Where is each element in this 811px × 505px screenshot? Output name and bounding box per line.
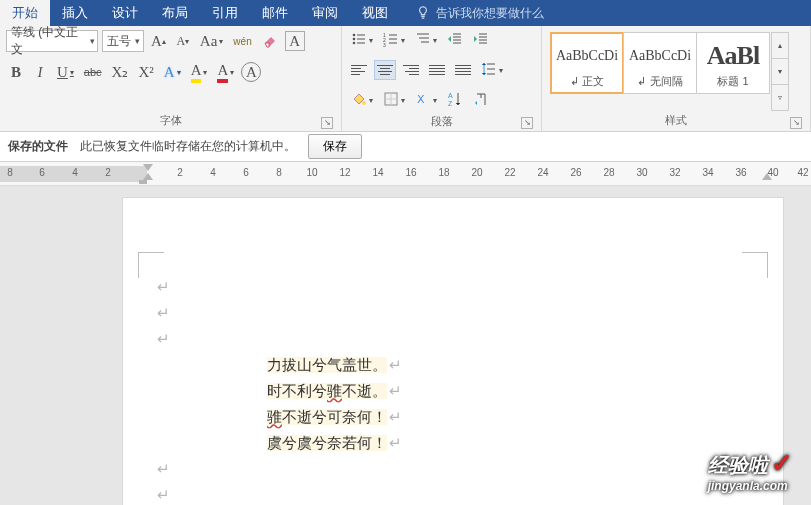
svg-text:Z: Z xyxy=(448,100,453,107)
align-right-button[interactable] xyxy=(400,60,422,80)
eraser-icon xyxy=(262,32,278,51)
align-distributed-button[interactable] xyxy=(452,60,474,80)
ruler-tick: 2 xyxy=(105,167,111,178)
align-center-button[interactable] xyxy=(374,60,396,80)
enclose-char-button[interactable]: A xyxy=(285,31,305,51)
align-left-icon xyxy=(351,65,367,75)
tell-me-search[interactable]: 告诉我你想要做什么 xyxy=(410,0,550,26)
clear-formatting-button[interactable] xyxy=(259,31,281,51)
para-mark: ↵ xyxy=(157,279,170,295)
highlight-button[interactable]: A▾ xyxy=(188,62,211,82)
ruler-tick: 28 xyxy=(603,167,614,178)
change-case-button[interactable]: Aa▾ xyxy=(197,31,227,51)
outdent-icon xyxy=(447,31,463,50)
watermark-check-icon: ✓ xyxy=(771,448,793,478)
style-name-normal: ↲ 正文 xyxy=(570,74,604,89)
font-size-combo[interactable]: 五号▾ xyxy=(102,30,144,52)
decrease-indent-button[interactable] xyxy=(444,30,466,50)
ruler-tick: 12 xyxy=(339,167,350,178)
group-paragraph: ▾ 123▾ ▾ xyxy=(342,26,542,131)
svg-point-1 xyxy=(353,37,356,40)
numbering-button[interactable]: 123▾ xyxy=(380,30,408,50)
asian-layout-button[interactable]: Ⅹ▾ xyxy=(412,90,440,110)
style-normal[interactable]: AaBbCcDi ↲ 正文 xyxy=(550,32,624,94)
bold-button[interactable]: B xyxy=(6,62,26,82)
superscript-button[interactable]: X² xyxy=(135,62,156,82)
line-spacing-button[interactable]: ▾ xyxy=(478,60,506,80)
align-justify-button[interactable] xyxy=(426,60,448,80)
tab-design[interactable]: 设计 xyxy=(100,0,150,26)
style-name-heading1: 标题 1 xyxy=(717,74,748,89)
style-nospacing[interactable]: AaBbCcDi ↲ 无间隔 xyxy=(623,32,697,94)
align-center-icon xyxy=(377,65,393,75)
ruler-tick: 36 xyxy=(735,167,746,178)
recovery-message: 此已恢复文件临时存储在您的计算机中。 xyxy=(80,138,296,155)
text-effects-button[interactable]: A▾ xyxy=(161,62,184,82)
left-indent-marker[interactable] xyxy=(139,180,147,184)
tab-view[interactable]: 视图 xyxy=(350,0,400,26)
strike-button[interactable]: abc xyxy=(81,62,105,82)
recovery-save-button[interactable]: 保存 xyxy=(308,134,362,159)
svg-text:3: 3 xyxy=(383,42,386,47)
gallery-expand-icon[interactable]: ▿ xyxy=(772,85,788,110)
ruler-tick: 10 xyxy=(306,167,317,178)
document-area[interactable]: ↵ ↵ ↵ 力拔山兮气盖世。↵ 时不利兮骓不逝。↵ 骓不逝兮可奈何！↵ 虞兮虞兮… xyxy=(0,186,811,505)
ruler-tick: 42 xyxy=(797,167,808,178)
asian-layout-icon: Ⅹ xyxy=(415,91,431,110)
svg-point-0 xyxy=(353,33,356,36)
first-line-indent-marker[interactable] xyxy=(143,164,153,171)
borders-button[interactable]: ▾ xyxy=(380,90,408,110)
styles-gallery-more[interactable]: ▴ ▾ ▿ xyxy=(771,32,789,111)
bullets-button[interactable]: ▾ xyxy=(348,30,376,50)
subscript-button[interactable]: X₂ xyxy=(109,62,132,82)
tab-mailings[interactable]: 邮件 xyxy=(250,0,300,26)
document-body[interactable]: ↵ ↵ ↵ 力拔山兮气盖世。↵ 时不利兮骓不逝。↵ 骓不逝兮可奈何！↵ 虞兮虞兮… xyxy=(155,274,402,505)
group-styles: AaBbCcDi ↲ 正文 AaBbCcDi ↲ 无间隔 AaBl 标题 1 ▴… xyxy=(542,26,811,131)
gallery-down-icon[interactable]: ▾ xyxy=(772,59,788,85)
font-name-combo[interactable]: 等线 (中文正文▾ xyxy=(6,30,98,52)
para-mark: ↵ xyxy=(389,435,402,451)
ruler-tick: 22 xyxy=(504,167,515,178)
tab-references[interactable]: 引用 xyxy=(200,0,250,26)
decrease-font-button[interactable]: A▾ xyxy=(173,31,193,51)
multilevel-icon xyxy=(415,31,431,50)
sort-button[interactable]: AZ xyxy=(444,90,466,110)
ruler-tick: 16 xyxy=(405,167,416,178)
horizontal-ruler[interactable]: 8 6 4 2 2 4 6 8 10 12 14 16 18 20 22 24 … xyxy=(0,162,811,186)
style-heading1[interactable]: AaBl 标题 1 xyxy=(696,32,770,94)
tell-me-label: 告诉我你想要做什么 xyxy=(436,5,544,22)
page[interactable]: ↵ ↵ ↵ 力拔山兮气盖世。↵ 时不利兮骓不逝。↵ 骓不逝兮可奈何！↵ 虞兮虞兮… xyxy=(123,198,783,505)
paragraph-dialog-launcher[interactable] xyxy=(521,117,533,129)
ruler-tick: 4 xyxy=(210,167,216,178)
show-marks-button[interactable] xyxy=(470,90,492,110)
right-indent-marker[interactable] xyxy=(762,173,772,180)
style-name-nospacing: ↲ 无间隔 xyxy=(637,74,682,89)
gallery-up-icon[interactable]: ▴ xyxy=(772,33,788,59)
watermark-text: 经验啦 xyxy=(708,454,768,476)
style-preview: AaBbCcDi xyxy=(629,37,691,74)
para-mark: ↵ xyxy=(389,409,402,425)
increase-font-button[interactable]: A▴ xyxy=(148,31,169,51)
svg-point-2 xyxy=(353,41,356,44)
tab-layout[interactable]: 布局 xyxy=(150,0,200,26)
shading-button[interactable]: ▾ xyxy=(348,90,376,110)
tab-review[interactable]: 审阅 xyxy=(300,0,350,26)
hanging-indent-marker[interactable] xyxy=(143,173,153,180)
tab-home[interactable]: 开始 xyxy=(0,0,50,26)
recovery-heading: 保存的文件 xyxy=(8,138,68,155)
tab-insert[interactable]: 插入 xyxy=(50,0,100,26)
font-color-button[interactable]: A▾ xyxy=(214,62,237,82)
enclose-circle-button[interactable]: A xyxy=(241,62,261,82)
increase-indent-button[interactable] xyxy=(470,30,492,50)
phonetic-guide-button[interactable]: wén xyxy=(230,31,254,51)
italic-button[interactable]: I xyxy=(30,62,50,82)
font-dialog-launcher[interactable] xyxy=(321,117,333,129)
align-left-button[interactable] xyxy=(348,60,370,80)
numbering-icon: 123 xyxy=(383,31,399,50)
underline-button[interactable]: U▾ xyxy=(54,62,77,82)
styles-dialog-launcher[interactable] xyxy=(790,117,802,129)
multilevel-list-button[interactable]: ▾ xyxy=(412,30,440,50)
poem-line-2c: 不逝。 xyxy=(342,383,387,399)
group-label-font: 字体 xyxy=(6,113,335,131)
group-font: 等线 (中文正文▾ 五号▾ A▴ A▾ Aa▾ wén A xyxy=(0,26,342,131)
